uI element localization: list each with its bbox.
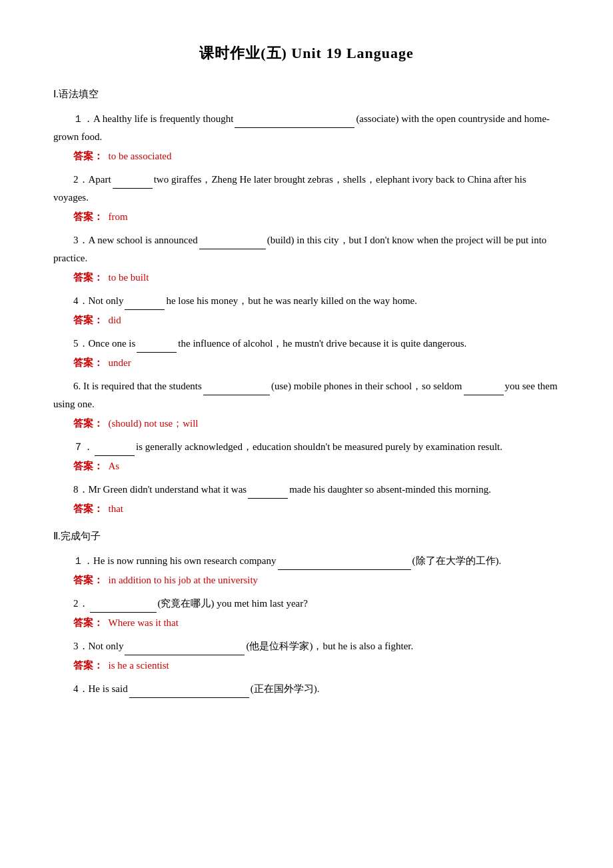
- answer-7: 答案： As: [73, 457, 560, 475]
- answer-4-label: 答案：: [73, 315, 103, 325]
- s2-answer-3-label: 答案：: [73, 660, 103, 671]
- question-8-text: 8．Mr Green didn't understand what it was…: [53, 481, 560, 499]
- answer-6: 答案： (should) not use；will: [73, 415, 560, 433]
- q7-blank: [95, 455, 135, 456]
- q7-before: ７．: [73, 441, 93, 452]
- s2-answer-1-label: 答案：: [73, 575, 103, 585]
- s2-question-2: 2．(究竟在哪儿) you met him last year? 答案： Whe…: [53, 595, 560, 632]
- answer-7-text: As: [109, 461, 120, 471]
- s2-question-3-text: 3．Not only(他是位科学家)，but he is also a figh…: [53, 637, 560, 655]
- s2-q2-before: 2．: [73, 598, 89, 609]
- q4-hint: he lose his money，but he was nearly kill…: [166, 295, 417, 306]
- answer-1-label: 答案：: [73, 151, 103, 161]
- question-1-text: １．A healthy life is frequently thought(a…: [53, 110, 560, 146]
- q4-before: 4．Not only: [73, 295, 123, 306]
- q5-blank: [137, 352, 177, 353]
- answer-5-text: under: [109, 357, 131, 368]
- answer-8-text: that: [109, 503, 124, 514]
- answer-6-text: (should) not use；will: [109, 418, 199, 429]
- s2-answer-2-label: 答案：: [73, 617, 103, 628]
- question-5: 5．Once one isthe influence of alcohol，he…: [53, 335, 560, 372]
- q5-hint: the influence of alcohol，he mustn't driv…: [178, 338, 466, 349]
- q6-mid: (use) mobile phones in their school，so s…: [271, 381, 462, 391]
- answer-1-text: to be associated: [109, 151, 172, 161]
- answer-3-label: 答案：: [73, 272, 103, 283]
- question-3: 3．A new school is announced(build) in th…: [53, 231, 560, 287]
- answer-2-text: from: [109, 211, 128, 222]
- question-4: 4．Not onlyhe lose his money，but he was n…: [53, 292, 560, 329]
- s2-q1-before: １．He is now running his own research com…: [73, 555, 277, 566]
- s2-question-1: １．He is now running his own research com…: [53, 552, 560, 589]
- q6-blank2: [464, 395, 504, 395]
- answer-1: 答案： to be associated: [73, 147, 560, 165]
- section2-heading: Ⅱ.完成句子: [53, 527, 560, 545]
- answer-4: 答案： did: [73, 311, 560, 329]
- answer-2-label: 答案：: [73, 211, 103, 222]
- q3-blank: [199, 249, 266, 249]
- section2: Ⅱ.完成句子 １．He is now running his own resea…: [53, 527, 560, 698]
- q5-before: 5．Once one is: [73, 338, 135, 349]
- q2-blank: [113, 188, 153, 189]
- s2-q3-hint: (他是位科学家)，but he is also a fighter.: [246, 641, 413, 651]
- q4-blank: [125, 309, 165, 310]
- question-2-text: 2．Aparttwo giraffes，Zheng He later broug…: [53, 171, 560, 207]
- s2-q4-blank: [129, 697, 249, 698]
- q1-before: １．A healthy life is frequently thought: [73, 113, 233, 124]
- question-5-text: 5．Once one isthe influence of alcohol，he…: [53, 335, 560, 353]
- q7-hint: is generally acknowledged，education shou…: [136, 441, 502, 452]
- s2-question-3: 3．Not only(他是位科学家)，but he is also a figh…: [53, 637, 560, 675]
- answer-6-label: 答案：: [73, 418, 103, 429]
- question-6-text: 6. It is required that the students(use)…: [53, 377, 560, 413]
- question-8: 8．Mr Green didn't understand what it was…: [53, 481, 560, 518]
- s2-answer-1: 答案： in addition to his job at the univer…: [73, 571, 560, 589]
- q6-before: 6. It is required that the students: [73, 381, 202, 391]
- q8-hint: made his daughter so absent-minded this …: [289, 484, 491, 495]
- answer-3: 答案： to be built: [73, 269, 560, 287]
- s2-answer-3: 答案： is he a scientist: [73, 657, 560, 675]
- answer-3-text: to be built: [109, 272, 149, 283]
- question-6: 6. It is required that the students(use)…: [53, 377, 560, 433]
- s2-q2-hint: (究竟在哪儿) you met him last year?: [158, 598, 308, 609]
- answer-8-label: 答案：: [73, 503, 103, 514]
- question-7-text: ７．is generally acknowledged，education sh…: [53, 438, 560, 456]
- answer-5-label: 答案：: [73, 357, 103, 368]
- s2-q4-before: 4．He is said: [73, 683, 128, 694]
- question-4-text: 4．Not onlyhe lose his money，but he was n…: [53, 292, 560, 310]
- s2-q2-blank: [90, 612, 157, 613]
- s2-question-2-text: 2．(究竟在哪儿) you met him last year?: [53, 595, 560, 613]
- s2-q3-blank: [125, 655, 245, 655]
- q1-blank: [235, 127, 354, 128]
- s2-q3-before: 3．Not only: [73, 641, 123, 651]
- s2-q1-hint: (除了在大学的工作).: [412, 555, 502, 566]
- question-7: ７．is generally acknowledged，education sh…: [53, 438, 560, 475]
- q6-blank1: [203, 395, 270, 395]
- q2-before: 2．Apart: [73, 174, 111, 185]
- question-3-text: 3．A new school is announced(build) in th…: [53, 231, 560, 267]
- question-1: １．A healthy life is frequently thought(a…: [53, 110, 560, 165]
- q8-blank: [248, 498, 288, 499]
- s2-question-4-text: 4．He is said(正在国外学习).: [53, 680, 560, 698]
- s2-answer-1-text: in addition to his job at the university: [109, 575, 259, 585]
- q3-before: 3．A new school is announced: [73, 235, 198, 245]
- s2-q4-hint: (正在国外学习).: [251, 683, 320, 694]
- answer-5: 答案： under: [73, 354, 560, 372]
- answer-7-label: 答案：: [73, 461, 103, 471]
- s2-question-4: 4．He is said(正在国外学习).: [53, 680, 560, 698]
- q8-before: 8．Mr Green didn't understand what it was: [73, 484, 247, 495]
- s2-q1-blank: [278, 569, 411, 570]
- s2-answer-2-text: Where was it that: [109, 617, 179, 628]
- page-title: 课时作业(五) Unit 19 Language: [53, 40, 560, 67]
- answer-8: 答案： that: [73, 500, 560, 518]
- s2-answer-2: 答案： Where was it that: [73, 614, 560, 632]
- s2-answer-3-text: is he a scientist: [109, 660, 169, 671]
- s2-question-1-text: １．He is now running his own research com…: [53, 552, 560, 570]
- section1: Ⅰ.语法填空 １．A healthy life is frequently th…: [53, 85, 560, 518]
- answer-4-text: did: [109, 315, 121, 325]
- question-2: 2．Aparttwo giraffes，Zheng He later broug…: [53, 171, 560, 226]
- answer-2: 答案： from: [73, 208, 560, 226]
- section1-heading: Ⅰ.语法填空: [53, 85, 560, 103]
